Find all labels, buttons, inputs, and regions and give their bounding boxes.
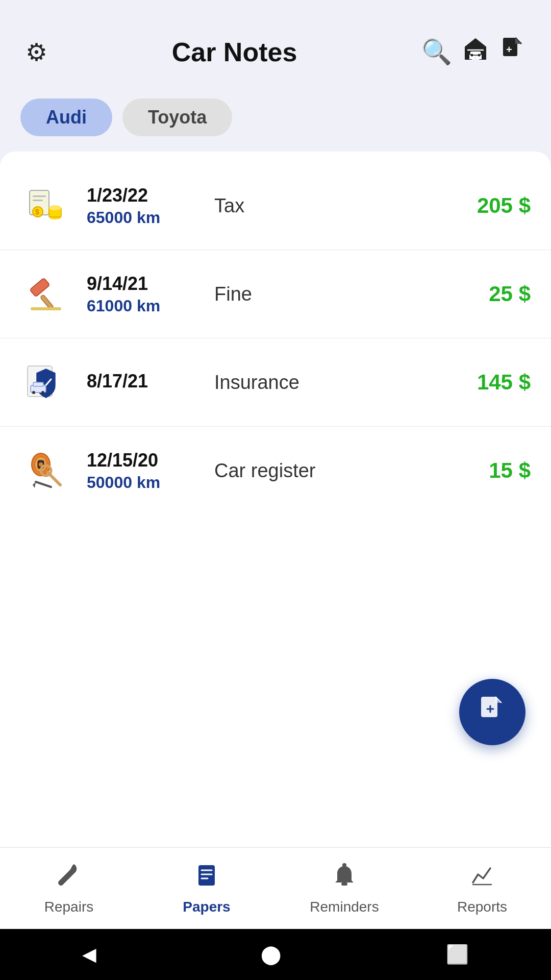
record-icon-insurance (20, 357, 71, 408)
nav-reminders[interactable]: Reminders (276, 848, 413, 929)
svg-point-34 (60, 881, 63, 885)
svg-rect-39 (341, 883, 347, 886)
list-item[interactable]: 8/17/21 Insurance 145 $ (0, 338, 551, 427)
record-type: Fine (204, 283, 449, 305)
record-amount: 145 $ (449, 370, 531, 395)
nav-reports-label: Reports (457, 899, 507, 915)
chart-icon (469, 862, 495, 895)
record-icon-tax: $ (20, 180, 71, 231)
add-document-fab-icon (477, 694, 508, 731)
record-date: 9/14/21 (87, 273, 204, 295)
svg-rect-9 (33, 200, 43, 201)
add-document-icon[interactable]: + (494, 31, 531, 73)
records-list: $ 1/23/22 65000 km Tax 205 $ (0, 152, 551, 847)
nav-papers[interactable]: Papers (138, 848, 276, 929)
record-amount: 25 $ (449, 282, 531, 306)
record-type: Car register (204, 460, 449, 482)
record-km: 65000 km (87, 208, 204, 227)
tab-audi[interactable]: Audi (20, 99, 112, 136)
record-meta: 1/23/22 65000 km (87, 185, 204, 227)
tab-toyota[interactable]: Toyota (122, 99, 232, 136)
svg-rect-15 (30, 278, 49, 297)
app-title: Car Notes (53, 37, 416, 67)
record-amount: 15 $ (449, 458, 531, 483)
garage-icon[interactable] (457, 31, 494, 73)
svg-text:+: + (506, 44, 512, 55)
app-header: ⚙ Car Notes 🔍 + (0, 0, 551, 88)
android-recents-button[interactable]: ⬜ (446, 944, 469, 965)
bell-icon (331, 862, 358, 895)
svg-text:$: $ (35, 208, 39, 216)
android-home-button[interactable]: ⬤ (261, 944, 281, 965)
svg-point-14 (49, 205, 61, 210)
bottom-navigation: Repairs Papers Reminders (0, 847, 551, 929)
svg-point-40 (342, 863, 346, 867)
nav-reminders-label: Reminders (310, 899, 379, 915)
main-wrapper: $ 1/23/22 65000 km Tax 205 $ (0, 152, 551, 847)
svg-rect-17 (31, 307, 61, 310)
wrench-icon (56, 862, 82, 895)
record-icon-fine (20, 268, 71, 320)
svg-point-4 (478, 54, 481, 57)
svg-rect-8 (33, 195, 46, 197)
record-date: 12/15/20 (87, 450, 204, 471)
nav-reports[interactable]: Reports (413, 848, 551, 929)
android-nav-bar: ◀ ⬤ ⬜ (0, 929, 551, 980)
svg-rect-20 (33, 382, 43, 386)
android-back-button[interactable]: ◀ (82, 944, 96, 965)
settings-icon[interactable]: ⚙ (20, 33, 53, 71)
svg-point-21 (32, 391, 35, 394)
search-icon[interactable]: 🔍 (416, 33, 457, 71)
svg-point-22 (41, 391, 44, 394)
svg-rect-31 (481, 697, 497, 717)
record-km: 61000 km (87, 297, 204, 315)
record-date: 8/17/21 (87, 371, 204, 392)
record-amount: 205 $ (449, 193, 531, 218)
nav-repairs-label: Repairs (44, 899, 93, 915)
car-tabs: Audi Toyota (0, 88, 551, 152)
svg-marker-30 (33, 482, 36, 488)
list-item[interactable]: 12/15/20 50000 km Car register 15 $ (0, 427, 551, 514)
list-item[interactable]: 9/14/21 61000 km Fine 25 $ (0, 250, 551, 338)
list-item[interactable]: $ 1/23/22 65000 km Tax 205 $ (0, 162, 551, 250)
papers-icon (193, 862, 220, 895)
svg-point-3 (471, 54, 473, 57)
add-record-fab[interactable] (459, 679, 525, 745)
record-type: Tax (204, 195, 449, 217)
nav-repairs[interactable]: Repairs (0, 848, 138, 929)
nav-papers-label: Papers (183, 899, 230, 915)
record-date: 1/23/22 (87, 185, 204, 206)
svg-line-29 (36, 482, 51, 487)
record-meta: 8/17/21 (87, 371, 204, 394)
record-meta: 12/15/20 50000 km (87, 450, 204, 492)
record-km: 50000 km (87, 473, 204, 492)
record-icon-car-register (20, 445, 71, 496)
record-type: Insurance (204, 372, 449, 394)
record-meta: 9/14/21 61000 km (87, 273, 204, 315)
svg-rect-35 (198, 865, 215, 886)
